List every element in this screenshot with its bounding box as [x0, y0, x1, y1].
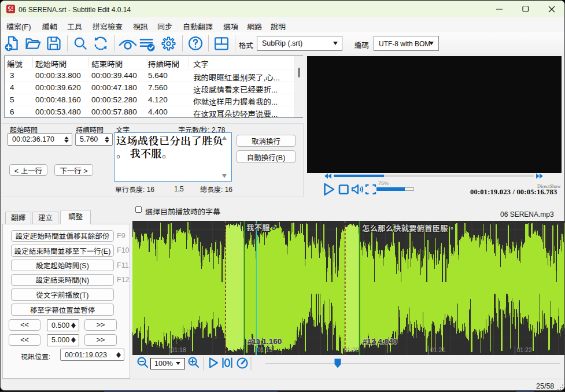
svg-text:01:20: 01:20: [344, 346, 359, 353]
svg-text:怎么那么快就要俯首臣服。: 怎么那么快就要俯首臣服。: [362, 224, 456, 233]
svg-text:#11 1.160: #11 1.160: [248, 337, 282, 346]
svg-text:01:21: 01:21: [430, 346, 445, 353]
svg-text:01:22: 01:22: [517, 346, 532, 353]
svg-text:#12 4.040: #12 4.040: [363, 337, 397, 346]
svg-text:我不服。: 我不服。: [246, 224, 278, 232]
svg-text:01:18: 01:18: [171, 346, 186, 353]
svg-text:01:19: 01:19: [257, 346, 272, 353]
